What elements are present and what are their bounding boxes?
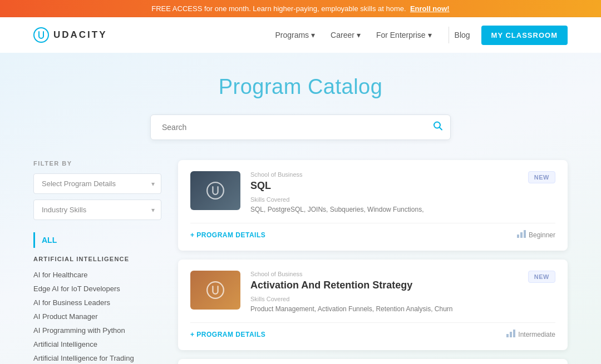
sidebar-item[interactable]: Edge AI for IoT Developers xyxy=(33,282,161,296)
level-badge: Intermediate xyxy=(506,330,555,339)
nav-career[interactable]: Career ▾ xyxy=(331,31,361,39)
svg-point-0 xyxy=(34,28,48,42)
card-footer: + PROGRAM DETAILS Beginner xyxy=(190,223,555,240)
level-badge: Beginner xyxy=(517,230,555,240)
svg-point-7 xyxy=(207,282,224,298)
card-top: School of Business Activation And Retent… xyxy=(190,271,555,315)
card-info: School of Business Activation And Retent… xyxy=(250,271,518,315)
nav-programs[interactable]: Programs ▾ xyxy=(275,31,315,39)
banner-text: FREE ACCESS for one month. Learn higher-… xyxy=(151,4,406,13)
nav-blog[interactable]: Blog xyxy=(455,31,470,39)
svg-rect-9 xyxy=(510,332,512,337)
card-thumbnail xyxy=(190,271,240,310)
svg-point-3 xyxy=(207,182,224,199)
sidebar-category-label: ARTIFICIAL INTELLIGENCE xyxy=(33,256,161,262)
card-skills: SQL, PostgreSQL, JOINs, Subqueries, Wind… xyxy=(250,205,518,215)
sidebar-items-container: AI for HealthcareEdge AI for IoT Develop… xyxy=(33,268,161,364)
svg-rect-8 xyxy=(506,334,509,337)
sidebar-item[interactable]: Artificial Intelligence for Trading xyxy=(33,351,161,364)
logo[interactable]: UDACITY xyxy=(33,27,107,43)
enroll-link[interactable]: Enroll now! xyxy=(410,4,450,13)
navbar: UDACITY Programs ▾ Career ▾ For Enterpri… xyxy=(0,17,601,53)
svg-rect-6 xyxy=(524,230,526,238)
bar-chart-icon xyxy=(517,230,526,238)
svg-rect-5 xyxy=(520,232,523,238)
industry-skills-filter[interactable]: Industry Skills ▾ xyxy=(33,200,161,220)
course-card: School of Artificial Intelligence AI For… xyxy=(178,359,568,364)
chevron-down-icon: ▾ xyxy=(428,31,432,39)
program-details-link[interactable]: + PROGRAM DETAILS xyxy=(190,331,265,338)
nav-links: Programs ▾ Career ▾ For Enterprise ▾ xyxy=(275,31,431,39)
chevron-down-icon: ▾ xyxy=(357,31,361,39)
level-text: Beginner xyxy=(529,231,555,239)
my-classroom-button[interactable]: MY CLASSROOM xyxy=(481,26,568,45)
nav-enterprise[interactable]: For Enterprise ▾ xyxy=(376,31,432,39)
all-filter-link[interactable]: ALL xyxy=(33,232,161,248)
new-badge: NEW xyxy=(528,271,555,283)
cards-area: School of Business SQL Skills Covered SQ… xyxy=(178,160,568,364)
card-title: SQL xyxy=(250,180,518,192)
svg-rect-4 xyxy=(517,235,519,238)
search-container xyxy=(150,114,451,140)
sidebar-item[interactable]: AI for Business Leaders xyxy=(33,296,161,310)
page-title: Program Catalog xyxy=(33,75,568,99)
program-details-select[interactable]: Select Program Details xyxy=(33,173,161,194)
nav-divider xyxy=(449,27,449,43)
content-layout: FILTER BY Select Program Details ▾ Indus… xyxy=(33,160,568,364)
filter-label: FILTER BY xyxy=(33,160,161,167)
udacity-logo-icon xyxy=(33,27,49,43)
svg-line-2 xyxy=(440,127,442,130)
sidebar-item[interactable]: AI Product Manager xyxy=(33,310,161,323)
level-text: Intermediate xyxy=(518,331,555,338)
main-content: Program Catalog FILTER BY Select Program… xyxy=(0,53,601,364)
card-footer: + PROGRAM DETAILS Intermediate xyxy=(190,322,555,339)
course-card: School of Business Activation And Retent… xyxy=(178,260,568,350)
sidebar-item[interactable]: Artificial Intelligence xyxy=(33,337,161,351)
bar-chart-icon xyxy=(506,330,515,337)
search-icon xyxy=(433,121,443,131)
program-details-link[interactable]: + PROGRAM DETAILS xyxy=(190,231,265,239)
card-info: School of Business SQL Skills Covered SQ… xyxy=(250,171,518,215)
sidebar-item[interactable]: AI for Healthcare xyxy=(33,268,161,282)
level-icon xyxy=(506,330,515,339)
card-skills-label: Skills Covered xyxy=(250,296,518,302)
top-banner: FREE ACCESS for one month. Learn higher-… xyxy=(0,0,601,17)
svg-rect-10 xyxy=(513,330,515,337)
card-thumbnail xyxy=(190,171,240,210)
level-icon xyxy=(517,230,526,240)
card-school: School of Business xyxy=(250,171,518,178)
logo-text: UDACITY xyxy=(53,29,107,41)
industry-skills-select[interactable]: Industry Skills xyxy=(33,200,161,220)
sidebar: FILTER BY Select Program Details ▾ Indus… xyxy=(33,160,161,364)
sidebar-item[interactable]: AI Programming with Python xyxy=(33,323,161,337)
chevron-down-icon: ▾ xyxy=(311,31,315,39)
program-details-filter[interactable]: Select Program Details ▾ xyxy=(33,173,161,194)
course-card: School of Business SQL Skills Covered SQ… xyxy=(178,160,568,251)
search-input[interactable] xyxy=(150,114,451,140)
card-skills: Product Management, Activation Funnels, … xyxy=(250,304,518,315)
new-badge: NEW xyxy=(528,171,555,183)
udacity-thumb-icon xyxy=(206,182,224,200)
udacity-thumb-icon xyxy=(206,281,224,299)
sidebar-section: ALL ARTIFICIAL INTELLIGENCE AI for Healt… xyxy=(33,232,161,364)
card-top: School of Business SQL Skills Covered SQ… xyxy=(190,171,555,215)
card-school: School of Business xyxy=(250,271,518,277)
search-button[interactable] xyxy=(433,121,443,134)
card-skills-label: Skills Covered xyxy=(250,196,518,203)
card-title: Activation And Retention Strategy xyxy=(250,280,518,291)
